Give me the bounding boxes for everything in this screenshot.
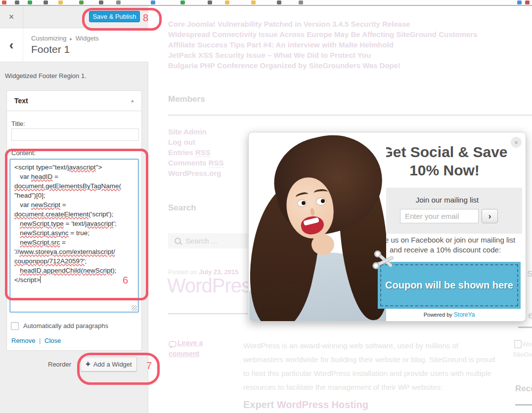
code-line: newScript.type = 'text/javascript'; <box>14 219 134 228</box>
page-title: Footer 1 <box>31 43 70 55</box>
members-link[interactable]: Site Admin <box>168 126 224 137</box>
popup-title-line2: 10% Now! <box>367 161 522 179</box>
storeya-link[interactable]: StoreYa <box>454 311 475 318</box>
coupon-popup: × Get Social & Save 10% Now! Join our ma… <box>248 132 526 322</box>
post-body-line: to host this particular WordPress instal… <box>243 367 498 380</box>
bookmark-favicon[interactable] <box>225 0 229 4</box>
close-widget-link[interactable]: Close <box>44 337 61 344</box>
footer-post-link[interactable]: Bulgaria PHP Conference Organized by Sit… <box>168 60 478 71</box>
chevron-left-icon: ‹ <box>9 38 14 53</box>
footer-post-link[interactable]: Widespread Connectivity Issue Across Eur… <box>168 29 478 40</box>
breadcrumb-separator-icon: ▸ <box>68 36 74 41</box>
post-body-line: resources to facilitate the management o… <box>243 380 498 394</box>
link-separator: | <box>37 337 43 344</box>
bookmark-favicon[interactable] <box>180 0 185 4</box>
bookmark-favicon[interactable] <box>251 0 256 4</box>
members-link[interactable]: Comments RSS <box>168 158 224 168</box>
bookmark-favicon[interactable] <box>116 0 121 4</box>
scissors-icon <box>372 249 396 273</box>
email-field[interactable] <box>400 209 479 223</box>
autop-label: Automatically add paragraphs <box>23 322 108 330</box>
post-subheading: Expert WordPress Hosting <box>243 399 368 411</box>
back-button[interactable]: ‹ <box>0 28 23 62</box>
rss-abbr: RSS <box>195 148 211 157</box>
bookmark-favicon[interactable] <box>28 0 32 4</box>
code-line: var headID = <box>14 172 134 181</box>
mailing-list-label: Join our mailing list <box>372 196 522 204</box>
bookmark-favicon[interactable] <box>2 0 6 4</box>
footer-post-link[interactable]: JetPack XSS Security Issue – What We Did… <box>168 50 478 60</box>
sidebar-divider <box>518 327 532 328</box>
search-heading: Search <box>168 203 196 213</box>
widget-header[interactable]: Text <box>6 90 142 111</box>
code-line: newScript.async = true; <box>14 228 134 238</box>
widget-actions: Remove | Close <box>11 337 61 344</box>
sidebar-partial-link[interactable]: Wor <box>522 340 532 348</box>
bookmark-favicon[interactable] <box>151 0 155 4</box>
code-line: "head")[0]; <box>14 191 134 200</box>
textarea-resize-handle[interactable] <box>132 305 137 311</box>
email-submit-button[interactable]: › <box>482 209 498 223</box>
search-placeholder: Search ... <box>185 237 217 245</box>
footer-links-list: Core Joomla! Vulnerability Patched in Ve… <box>168 19 478 71</box>
bookmark-favicon[interactable] <box>58 0 63 4</box>
bookmark-favicon[interactable] <box>517 0 522 4</box>
text-caret <box>40 276 41 283</box>
breadcrumb: Customizing ▸ Widgets <box>31 35 99 42</box>
bookmark-favicon[interactable] <box>99 0 103 4</box>
sidebar-partial-recent-heading: Rece <box>515 384 532 394</box>
footer-post-link[interactable]: Core Joomla! Vulnerability Patched in Ve… <box>168 19 478 29</box>
screen: Core Joomla! Vulnerability Patched in Ve… <box>0 0 532 413</box>
bookmark-favicon[interactable] <box>299 0 303 4</box>
breadcrumb-section: Widgets <box>76 35 99 42</box>
code-line: <script type="text/javascript"> <box>14 163 134 172</box>
members-heading: Members <box>168 94 205 104</box>
plus-icon: + <box>86 360 90 369</box>
bookmark-favicon[interactable] <box>15 0 19 4</box>
footer-post-link[interactable]: Affiliate Success Tips Part #4: An inter… <box>168 40 478 50</box>
leave-comment-link[interactable]: Leave a <box>177 339 203 347</box>
chevron-right-icon: › <box>488 211 491 221</box>
remove-widget-link[interactable]: Remove <box>11 337 35 344</box>
rss-abbr: RSS <box>209 159 224 167</box>
collapse-icon[interactable]: ▴ <box>131 97 134 104</box>
sidebar-partial-heading: e <box>528 310 532 321</box>
post-body: WordPress is an award-winning web softwa… <box>243 339 498 394</box>
save-publish-button[interactable]: Save & Publish <box>89 11 140 22</box>
close-customizer-button[interactable]: × <box>0 6 23 28</box>
members-link[interactable]: WordPress.org <box>168 168 224 178</box>
code-line: document.getElementsByTagName( <box>14 181 134 191</box>
sidebar-partial-text: SiteGro <box>513 351 532 358</box>
members-link[interactable]: Entries RSS <box>168 147 224 158</box>
comment-bubble-icon <box>169 341 177 347</box>
content-code[interactable]: <script type="text/javascript"> var head… <box>10 159 138 312</box>
bookmark-favicon[interactable] <box>277 0 281 4</box>
region-description: Widgetized Footer Region 1. <box>5 72 87 80</box>
popup-title-line1: Get Social & Save <box>367 143 522 161</box>
leave-comment-link[interactable]: comment <box>169 350 199 358</box>
members-link[interactable]: Log out <box>168 137 224 147</box>
mailing-list-box: Join our mailing list › <box>372 188 522 234</box>
code-line: newScript.src = <box>14 238 134 247</box>
autop-checkbox[interactable] <box>11 322 19 330</box>
popup-close-button[interactable]: × <box>511 137 522 148</box>
woman-photo <box>249 133 386 321</box>
photo-eye <box>316 198 326 206</box>
coupon-box: Coupon will be shown here <box>378 262 521 309</box>
add-widget-button[interactable]: + Add a Widget <box>81 357 137 372</box>
widget-title-input[interactable] <box>11 128 139 141</box>
code-line: headID.appendChild(newScript); <box>14 266 134 275</box>
reorder-button[interactable]: Reorder <box>48 361 71 368</box>
bookmark-favicon[interactable] <box>525 0 530 4</box>
code-line: couponpop/712A2059?'; <box>14 256 134 266</box>
bookmark-favicon[interactable] <box>208 0 212 4</box>
powered-by-label: Powered by <box>424 312 452 318</box>
post-title[interactable]: WordPress <box>167 275 260 297</box>
bookmark-favicon[interactable] <box>44 0 48 4</box>
coupon-text: Coupon will be shown here <box>378 280 521 291</box>
bookmark-favicon[interactable] <box>79 0 84 4</box>
document-icon <box>514 340 522 348</box>
subheading-pink-link[interactable]: WordPress Hosting <box>277 399 368 410</box>
browser-bookmarks-strip <box>0 0 532 5</box>
breadcrumb-prefix: Customizing <box>31 35 67 42</box>
